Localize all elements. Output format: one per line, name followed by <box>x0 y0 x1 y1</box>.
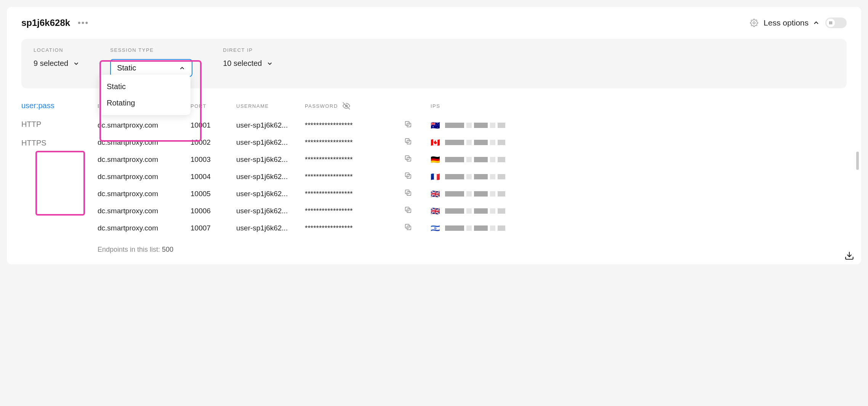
filter-direct-ip-text: 10 selected <box>223 59 262 68</box>
col-password: PASSWORD <box>299 99 399 117</box>
cell-port: 10004 <box>185 168 231 185</box>
cell-password: ***************** <box>299 185 399 202</box>
cell-password: ***************** <box>299 134 399 151</box>
table-row: dc.smartproxy.com10003user-sp1j6k62...**… <box>98 151 847 168</box>
table-header-row: ENDPOINT PORT USERNAME PASSWORD <box>98 99 847 117</box>
ip-redacted <box>445 225 505 231</box>
cell-copy <box>399 151 425 168</box>
ip-redacted <box>445 191 505 197</box>
ip-redacted <box>445 174 505 179</box>
filter-session-type-label: SESSION TYPE <box>110 47 192 53</box>
header: sp1j6k628k ••• Less options III <box>21 18 847 28</box>
ip-redacted <box>445 157 505 162</box>
filter-location-value[interactable]: 9 selected <box>34 59 80 68</box>
copy-icon[interactable] <box>404 223 412 231</box>
filter-location-text: 9 selected <box>34 59 68 68</box>
cell-password: ***************** <box>299 117 399 134</box>
download-button[interactable] <box>844 251 854 261</box>
header-right: Less options III <box>750 18 847 28</box>
toggle-knob-icon: III <box>826 19 835 27</box>
cell-port: 10005 <box>185 185 231 202</box>
table-wrap: ENDPOINT PORT USERNAME PASSWORD <box>98 99 847 237</box>
cell-username: user-sp1j6k62... <box>231 134 299 151</box>
flag-icon: 🇩🇪 <box>431 155 440 164</box>
cell-copy <box>399 134 425 151</box>
less-options-toggle[interactable]: Less options <box>764 18 820 27</box>
table-row: dc.smartproxy.com10006user-sp1j6k62...**… <box>98 202 847 219</box>
flag-icon: 🇦🇺 <box>431 121 440 130</box>
filter-session-type: SESSION TYPE Static <box>110 47 192 77</box>
cell-ips: 🇦🇺 <box>425 117 847 134</box>
scrollbar-indicator[interactable] <box>856 152 859 170</box>
col-username: USERNAME <box>231 99 299 117</box>
table-row: dc.smartproxy.com10001user-sp1j6k62...**… <box>98 117 847 134</box>
dropdown-option-static[interactable]: Static <box>99 78 191 95</box>
page-title: sp1j6k628k <box>21 18 70 28</box>
cell-ips: 🇫🇷 <box>425 168 847 185</box>
chevron-down-icon <box>266 60 273 67</box>
copy-icon[interactable] <box>404 171 412 180</box>
cell-ips: 🇩🇪 <box>425 151 847 168</box>
ip-redacted <box>445 123 505 128</box>
flag-icon: 🇮🇱 <box>431 224 440 233</box>
side-tab-http[interactable]: HTTP <box>21 120 82 129</box>
cell-copy <box>399 219 425 237</box>
cell-password: ***************** <box>299 219 399 237</box>
filter-location: LOCATION 9 selected <box>34 47 80 77</box>
eye-off-icon[interactable] <box>343 102 350 110</box>
copy-icon[interactable] <box>404 189 412 197</box>
footer-count: 500 <box>162 246 173 253</box>
filter-direct-ip-label: DIRECT IP <box>223 47 273 53</box>
more-options-icon[interactable]: ••• <box>78 18 89 28</box>
footer: Endpoints in this list: 500 <box>98 246 847 254</box>
table-row: dc.smartproxy.com10004user-sp1j6k62...**… <box>98 168 847 185</box>
cell-username: user-sp1j6k62... <box>231 202 299 219</box>
less-options-label: Less options <box>764 18 809 27</box>
cell-endpoint: dc.smartproxy.com <box>98 117 185 134</box>
col-port: PORT <box>185 99 231 117</box>
footer-prefix: Endpoints in this list: <box>98 246 162 253</box>
copy-icon[interactable] <box>404 137 412 145</box>
flag-icon: 🇬🇧 <box>431 189 440 198</box>
cell-ips: 🇮🇱 <box>425 219 847 237</box>
cell-ips: 🇬🇧 <box>425 185 847 202</box>
session-type-dropdown: Static Rotating <box>99 75 191 115</box>
cell-endpoint: dc.smartproxy.com <box>98 168 185 185</box>
copy-icon[interactable] <box>404 154 412 163</box>
col-copy <box>399 99 425 117</box>
cell-username: user-sp1j6k62... <box>231 168 299 185</box>
cell-ips: 🇨🇦 <box>425 134 847 151</box>
cell-endpoint: dc.smartproxy.com <box>98 134 185 151</box>
cell-username: user-sp1j6k62... <box>231 151 299 168</box>
filter-direct-ip: DIRECT IP 10 selected <box>223 47 273 77</box>
cell-endpoint: dc.smartproxy.com <box>98 151 185 168</box>
header-left: sp1j6k628k ••• <box>21 18 89 28</box>
side-tab-userpass[interactable]: user:pass <box>21 101 82 110</box>
body: user:pass HTTP HTTPS ENDPOINT PORT USERN… <box>21 99 847 237</box>
ip-redacted <box>445 208 505 214</box>
chevron-down-icon <box>73 60 80 67</box>
session-type-select[interactable]: Static <box>110 59 192 77</box>
dropdown-option-rotating[interactable]: Rotating <box>99 95 191 111</box>
chevron-up-icon <box>812 19 820 27</box>
cell-port: 10002 <box>185 134 231 151</box>
flag-icon: 🇨🇦 <box>431 138 440 147</box>
filter-direct-ip-value[interactable]: 10 selected <box>223 59 273 68</box>
col-ips: IPS <box>425 99 847 117</box>
cell-username: user-sp1j6k62... <box>231 219 299 237</box>
side-tab-https[interactable]: HTTPS <box>21 139 82 147</box>
cell-copy <box>399 185 425 202</box>
copy-icon[interactable] <box>404 120 412 128</box>
cell-endpoint: dc.smartproxy.com <box>98 219 185 237</box>
cell-port: 10001 <box>185 117 231 134</box>
table-row: dc.smartproxy.com10002user-sp1j6k62...**… <box>98 134 847 151</box>
copy-icon[interactable] <box>404 206 412 214</box>
cell-copy <box>399 117 425 134</box>
cell-password: ***************** <box>299 168 399 185</box>
cell-endpoint: dc.smartproxy.com <box>98 185 185 202</box>
cell-ips: 🇬🇧 <box>425 202 847 219</box>
table-row: dc.smartproxy.com10007user-sp1j6k62...**… <box>98 219 847 237</box>
gear-icon[interactable] <box>750 19 758 27</box>
view-toggle[interactable]: III <box>825 18 847 28</box>
flag-icon: 🇬🇧 <box>431 206 440 216</box>
